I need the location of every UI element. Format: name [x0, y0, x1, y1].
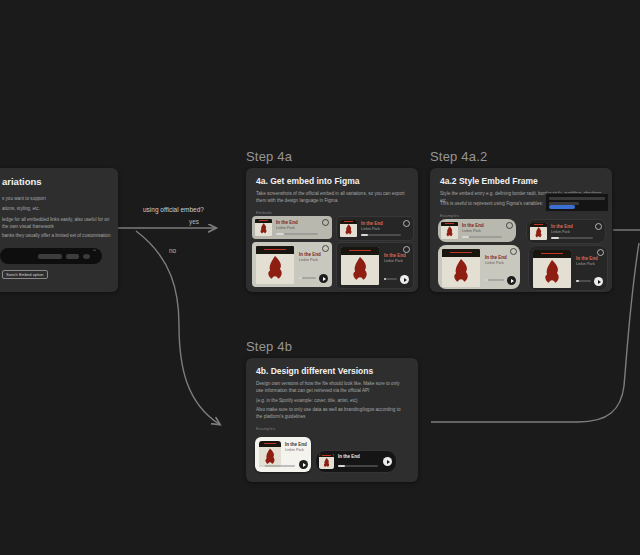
card-variations-title: ariations: [2, 176, 42, 187]
track-title: In the End: [485, 255, 507, 260]
styled-embed-large-light[interactable]: In the EndLinkin Park: [438, 245, 520, 289]
spotify-icon: [506, 222, 513, 229]
embed-config-widget[interactable]: ⌃: [0, 248, 102, 264]
spotify-embed-large-dark[interactable]: In the EndLinkin Park: [336, 242, 414, 289]
track-artist: Linkin Park: [285, 448, 307, 452]
card-4b-body2: (e.g. in the Spotify example: cover, tit…: [256, 397, 408, 404]
track-artist: Linkin Park: [485, 261, 507, 265]
step-4b-heading: Step 4b: [246, 339, 292, 354]
play-button[interactable]: [299, 460, 308, 469]
card-4a-title: 4a. Get embed into Figma: [256, 176, 359, 186]
track-artist: Linkin Park: [276, 226, 298, 230]
play-button[interactable]: [400, 275, 409, 284]
album-art: [341, 247, 379, 285]
spotify-icon: [510, 248, 517, 255]
album-art: [441, 222, 458, 239]
card-variations-line2: ations, styling, etc.: [2, 205, 40, 212]
album-art: [256, 246, 294, 284]
selected-variable: [549, 205, 575, 209]
card-variations-line1: s you want to support: [2, 195, 46, 202]
play-button[interactable]: [383, 457, 392, 466]
album-art: [255, 219, 272, 236]
arrow-no: [136, 231, 219, 424]
album-art: [530, 223, 547, 240]
decision-question: using official embed?: [143, 206, 204, 213]
track-title: In the End: [276, 220, 298, 225]
card-4a-body: Take screenshots of the official embed i…: [256, 190, 408, 204]
spotify-embed-compact-light[interactable]: In the EndLinkin Park: [252, 216, 332, 239]
switch-embed-chip[interactable]: Switch Embed option: [2, 270, 48, 279]
branch-yes-label: yes: [189, 218, 199, 225]
widget-pill: [66, 254, 79, 259]
card-4a2-label: Examples: [440, 213, 459, 218]
track-artist: Linkin Park: [576, 262, 598, 266]
custom-embed-pill[interactable]: In the End: [315, 450, 397, 473]
spotify-icon: [403, 246, 410, 253]
album-art: [533, 250, 571, 288]
track-artist: Linkin Park: [462, 229, 484, 233]
chevron-up-icon[interactable]: ⌃: [92, 248, 97, 255]
card-variations[interactable]: ariations s you want to support ations, …: [0, 168, 118, 292]
track-title: In the End: [338, 454, 360, 459]
track-title: In the End: [299, 252, 321, 257]
track-artist: Linkin Park: [384, 259, 406, 263]
album-art: [442, 249, 480, 287]
spotify-embed-compact-dark[interactable]: In the EndLinkin Park: [336, 216, 414, 241]
track-title: In the End: [361, 221, 383, 226]
track-title: In the End: [462, 223, 484, 228]
step-4a2-heading: Step 4a.2: [430, 149, 487, 164]
play-button[interactable]: [507, 276, 516, 285]
branch-no-label: no: [169, 247, 176, 254]
card-4a-label: Embeds: [256, 210, 272, 215]
card-4b-title: 4b. Design different Versions: [256, 366, 373, 376]
track-title: In the End: [384, 253, 406, 258]
album-art: [259, 441, 281, 467]
play-button[interactable]: [319, 274, 328, 283]
styled-embed-compact-dark[interactable]: In the EndLinkin Park: [526, 219, 606, 244]
spotify-icon: [322, 245, 329, 252]
figma-variables-screenshot: [545, 193, 609, 212]
spotify-icon: [322, 219, 329, 226]
card-step-4a[interactable]: 4a. Get embed into Figma Take screenshot…: [246, 168, 418, 292]
card-variations-para1: ledge for all embedded links easily, als…: [2, 216, 114, 230]
widget-pill: [83, 254, 90, 259]
album-art: [340, 220, 357, 237]
card-variations-para2: banks they usually offer a limited set o…: [2, 232, 114, 239]
play-button[interactable]: [594, 277, 603, 286]
track-title: In the End: [551, 224, 573, 229]
widget-pill: [38, 254, 62, 259]
album-art: [319, 454, 334, 469]
spotify-embed-large-light[interactable]: In the EndLinkin Park: [252, 242, 332, 287]
track-artist: Linkin Park: [299, 258, 321, 262]
card-4b-label: Examples: [256, 426, 275, 431]
card-4b-body1: Design own versions of how the file shou…: [256, 380, 408, 394]
card-step-4a2[interactable]: 4a.2 Style Embed Frame Style the embed e…: [430, 168, 612, 292]
figma-canvas: ariations s you want to support ations, …: [0, 0, 640, 555]
card-4a2-title: 4a.2 Style Embed Frame: [440, 176, 538, 186]
card-4b-body3: Also make sure to only use data as well …: [256, 406, 408, 420]
track-artist: Linkin Park: [361, 227, 383, 231]
styled-embed-large-dark[interactable]: In the EndLinkin Park: [528, 245, 608, 291]
styled-embed-compact-light[interactable]: In the EndLinkin Park: [438, 219, 516, 242]
custom-embed-card[interactable]: In the EndLinkin Park: [255, 437, 311, 472]
card-4a2-body2: This is useful to represent using Figma'…: [440, 200, 548, 207]
track-title: In the End: [285, 442, 307, 447]
spotify-icon: [595, 223, 602, 230]
spotify-icon: [597, 249, 604, 256]
card-step-4b[interactable]: 4b. Design different Versions Design own…: [246, 358, 418, 482]
track-title: In the End: [576, 256, 598, 261]
spotify-icon: [403, 220, 410, 227]
track-artist: Linkin Park: [551, 230, 573, 234]
step-4a-heading: Step 4a: [246, 149, 292, 164]
